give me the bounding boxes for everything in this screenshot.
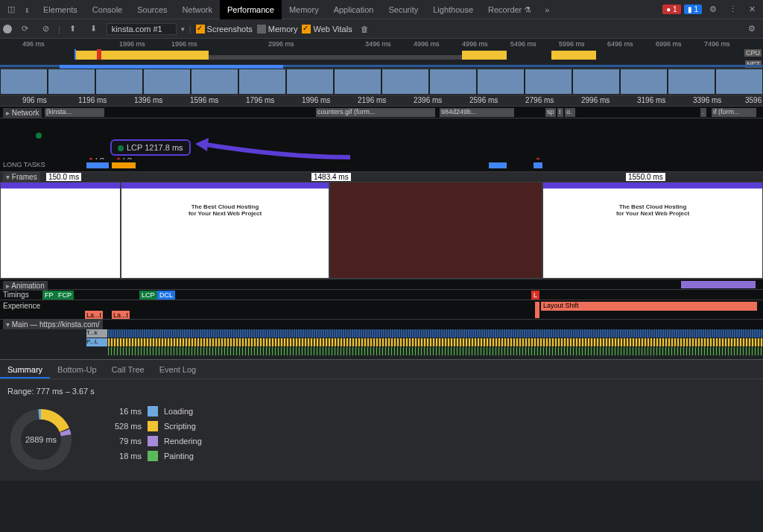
flame-chart[interactable]: T...k P...L bbox=[0, 329, 763, 359]
network-item[interactable]: sp bbox=[545, 108, 556, 117]
more-tabs-icon[interactable]: » bbox=[539, 1, 555, 18]
close-icon[interactable]: ✕ bbox=[744, 1, 760, 18]
tab-security[interactable]: Security bbox=[381, 0, 425, 19]
svg-rect-2 bbox=[462, 51, 507, 60]
longtasks-track: LONG TASKS bbox=[0, 159, 763, 171]
main-track-header[interactable]: Main — https://kinsta.com/ bbox=[0, 319, 763, 329]
network-item[interactable]: counters.gif (form... bbox=[316, 108, 435, 117]
tab-recorder[interactable]: Recorder ⚗ bbox=[481, 0, 539, 19]
timings-track[interactable]: Timings FP FCP LCP DCL L bbox=[0, 289, 763, 300]
network-item[interactable]: o. bbox=[565, 108, 575, 117]
svg-rect-0 bbox=[75, 51, 209, 60]
webvitals-checkbox[interactable]: Web Vitals bbox=[302, 25, 352, 34]
network-item[interactable]: I bbox=[557, 108, 563, 117]
network-item[interactable]: 984d249b... bbox=[440, 108, 514, 117]
legend-row: 528 msScripting bbox=[104, 421, 202, 431]
animation-track[interactable]: Animation bbox=[0, 279, 763, 289]
perf-settings-icon[interactable]: ⚙ bbox=[744, 21, 760, 37]
reload-icon[interactable]: ⟳ bbox=[16, 21, 33, 37]
inspect-icon[interactable]: ◫ bbox=[3, 1, 19, 18]
tab-summary[interactable]: Summary bbox=[0, 360, 50, 379]
details-panel: Summary Bottom-Up Call Tree Event Log Ra… bbox=[0, 359, 763, 481]
settings-icon[interactable]: ⚙ bbox=[705, 1, 721, 18]
tab-elements[interactable]: Elements bbox=[36, 0, 85, 19]
animation-bar bbox=[681, 281, 756, 288]
svg-rect-4 bbox=[97, 49, 101, 60]
errors-badge[interactable]: ● 1 bbox=[662, 4, 680, 14]
experience-track[interactable]: Experience Layout Shift La...t La...t bbox=[0, 300, 763, 319]
svg-rect-1 bbox=[209, 55, 462, 60]
performance-toolbar: ⟳ ⊘ | ⬆ ⬇ kinsta.com #1 ▾ | Screenshots … bbox=[0, 19, 763, 39]
frames-screenshots: The Best Cloud Hostingfor Your Next Web … bbox=[0, 182, 763, 279]
tab-memory[interactable]: Memory bbox=[282, 0, 326, 19]
network-track[interactable]: Network (kinsta...counters.gif (form...9… bbox=[0, 106, 763, 118]
tab-application[interactable]: Application bbox=[326, 0, 382, 19]
lcp-marker: LCP 1217.8 ms bbox=[110, 139, 191, 156]
network-item[interactable]: if (form... bbox=[712, 108, 756, 117]
network-label[interactable]: Network bbox=[3, 108, 42, 118]
tab-calltree[interactable]: Call Tree bbox=[104, 360, 152, 379]
record-button[interactable] bbox=[3, 25, 12, 34]
tab-lighthouse[interactable]: Lighthouse bbox=[425, 0, 481, 19]
tab-performance[interactable]: Performance bbox=[220, 0, 282, 19]
kebab-icon[interactable]: ⋮ bbox=[724, 1, 741, 18]
tab-network[interactable]: Network bbox=[175, 0, 220, 19]
screenshots-checkbox[interactable]: Screenshots bbox=[196, 25, 253, 34]
network-item[interactable]: (kinsta... bbox=[45, 108, 104, 117]
download-icon[interactable]: ⬇ bbox=[86, 21, 102, 37]
tab-console[interactable]: Console bbox=[85, 0, 130, 19]
recording-select[interactable]: kinsta.com #1 bbox=[107, 23, 177, 35]
devtools-topbar: ◫ ⫾ Elements Console Sources Network Per… bbox=[0, 0, 763, 19]
tab-eventlog[interactable]: Event Log bbox=[152, 360, 204, 379]
webvitals-track[interactable]: LCP 1217.8 ms LS LS bbox=[0, 118, 763, 159]
legend-row: 18 msPainting bbox=[104, 451, 202, 461]
svg-rect-5 bbox=[75, 49, 76, 60]
range-text: Range: 777 ms – 3.67 s bbox=[7, 387, 756, 396]
clear-icon[interactable]: ⊘ bbox=[37, 21, 54, 37]
upload-icon[interactable]: ⬆ bbox=[65, 21, 81, 37]
filmstrip bbox=[0, 69, 763, 95]
svg-rect-3 bbox=[551, 51, 596, 60]
svg-marker-8 bbox=[195, 138, 209, 151]
tab-bottomup[interactable]: Bottom-Up bbox=[50, 360, 104, 379]
tab-sources[interactable]: Sources bbox=[130, 0, 174, 19]
trash-icon[interactable]: 🗑 bbox=[357, 21, 373, 37]
info-badge[interactable]: ▮ 1 bbox=[684, 4, 702, 14]
memory-checkbox[interactable]: Memory bbox=[257, 25, 298, 34]
network-item[interactable]: . bbox=[700, 108, 706, 117]
timeline-ruler: 996 ms 1196 ms 1396 ms 1596 ms 1796 ms 1… bbox=[0, 95, 763, 106]
overview-panel[interactable]: 496 ms 1996 ms 1996 ms 2996 ms 3496 ms 4… bbox=[0, 39, 763, 69]
device-icon[interactable]: ⫾ bbox=[19, 1, 36, 18]
legend-row: 79 msRendering bbox=[104, 436, 202, 446]
legend-row: 16 msLoading bbox=[104, 406, 202, 417]
frames-header[interactable]: Frames 150.0 ms 1483.4 ms 1550.0 ms bbox=[0, 171, 763, 182]
fcp-dot bbox=[36, 133, 42, 139]
summary-donut: 2889 ms bbox=[7, 406, 75, 473]
